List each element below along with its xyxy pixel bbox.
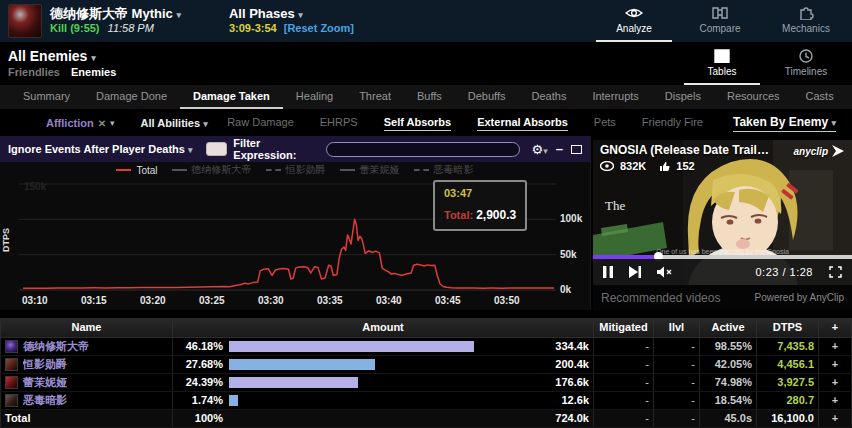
expand-row-button[interactable]: + xyxy=(819,409,852,427)
expand-row-button[interactable]: + xyxy=(819,337,852,355)
tooltip-value: 2,900.3 xyxy=(476,208,516,222)
cell-amount: 100%724.0k xyxy=(173,409,594,427)
amount-value: 12.6k xyxy=(537,394,589,406)
cell-mitigated: - xyxy=(594,409,654,427)
tab-summary[interactable]: Summary xyxy=(10,85,83,109)
cell-mitigated: - xyxy=(594,355,654,373)
tab-dispels[interactable]: Dispels xyxy=(652,85,714,109)
tab-damage-done[interactable]: Damage Done xyxy=(83,85,180,109)
toggle-ehrps[interactable]: EHRPS xyxy=(320,116,358,130)
video-player[interactable]: GNOSIA (Release Date Trail… 832K 152 any… xyxy=(593,140,852,285)
column-header-ilvl[interactable]: Ilvl xyxy=(654,318,700,337)
column-header-name[interactable]: Name xyxy=(1,318,173,337)
friendlies-tab[interactable]: Friendlies xyxy=(8,66,60,78)
amount-bar xyxy=(229,341,474,352)
all-enemies-dropdown[interactable]: All Enemies ▾ xyxy=(8,47,116,65)
views-eye-icon xyxy=(600,161,614,171)
abilities-dropdown[interactable]: All Abilities ▾ xyxy=(141,117,208,129)
toggle-friendly-fire[interactable]: Friendly Fire xyxy=(642,116,703,130)
legend-swatch xyxy=(172,169,187,171)
cell-mitigated: - xyxy=(594,373,654,391)
expand-row-button[interactable]: + xyxy=(819,373,852,391)
amount-value: 724.0k xyxy=(537,412,589,424)
toggle-pets[interactable]: Pets xyxy=(594,116,616,130)
spec-filter-label: Affliction xyxy=(46,117,94,129)
view-item-timelines[interactable]: Timelines xyxy=(768,42,844,85)
x-axis-label: 03:50 xyxy=(494,295,520,306)
tab-deaths[interactable]: Deaths xyxy=(519,85,580,109)
maximize-icon[interactable] xyxy=(571,145,582,154)
tab-casts[interactable]: Casts xyxy=(793,85,847,109)
npc-icon xyxy=(5,340,18,353)
minimize-icon[interactable]: – xyxy=(556,145,563,153)
toggle-self-absorbs[interactable]: Self Absorbs xyxy=(384,116,451,131)
tooltip-time: 03:47 xyxy=(444,186,516,202)
amount-cell: 46.18%334.4k xyxy=(177,340,589,352)
next-track-button[interactable] xyxy=(629,266,641,278)
amount-value: 200.4k xyxy=(537,358,589,370)
thumbs-up-icon[interactable] xyxy=(658,160,670,172)
legend-item-恒影勋爵[interactable]: 恒影勋爵 xyxy=(266,163,326,177)
npc-name-link[interactable]: 蕾茉妮娅 xyxy=(23,375,67,390)
cell-name: 蕾茉妮娅 xyxy=(1,373,173,391)
abilities-label: All Abilities xyxy=(141,117,201,129)
tab-healing[interactable]: Healing xyxy=(283,85,346,109)
pause-button[interactable] xyxy=(603,266,613,278)
x-axis-label: 03:15 xyxy=(81,295,107,306)
tab-damage-taken[interactable]: Damage Taken xyxy=(180,85,283,109)
name-cell: 恒影勋爵 xyxy=(5,357,168,372)
enemies-tab[interactable]: Enemies xyxy=(71,66,116,78)
nav-item-mechanics[interactable]: Mechanics xyxy=(768,0,844,42)
chart-header: Ignore Events After Player Deaths ▾ Filt… xyxy=(0,136,590,162)
legend-item-恶毒暗影[interactable]: 恶毒暗影 xyxy=(414,163,474,177)
chart-legend: Total德纳修斯大帝恒影勋爵蕾茉妮娅恶毒暗影 xyxy=(0,162,590,178)
legend-item-Total[interactable]: Total xyxy=(116,165,157,176)
analysis-mode-nav: AnalyzeCompareMechanics xyxy=(596,0,844,42)
taken-by-enemy-dropdown[interactable]: Taken By Enemy ▾ xyxy=(733,115,836,132)
tab-resources[interactable]: Resources xyxy=(714,85,793,109)
ignore-deaths-dropdown[interactable]: Ignore Events After Player Deaths ▾ xyxy=(8,143,192,155)
anyclip-logo-text: anyclip xyxy=(794,146,828,157)
tooltip-series-label: Total: xyxy=(444,209,473,221)
tab-interrupts[interactable]: Interrupts xyxy=(579,85,651,109)
column-header-plus[interactable]: + xyxy=(819,318,852,337)
chevron-down-icon: ▾ xyxy=(176,10,181,20)
spec-filter-affliction[interactable]: Affliction ✕ ▾ xyxy=(46,117,115,129)
chevron-down-icon: ▾ xyxy=(188,145,193,155)
amount-value: 176.6k xyxy=(537,376,589,388)
view-item-tables[interactable]: Tables xyxy=(684,42,760,85)
y-axis-label-dim: 150k xyxy=(24,181,47,192)
expand-row-button[interactable]: + xyxy=(819,355,852,373)
y-axis-label: 100k xyxy=(560,213,583,224)
toggle-raw-damage[interactable]: Raw Damage xyxy=(227,116,294,130)
npc-name-link[interactable]: 恒影勋爵 xyxy=(23,357,67,372)
column-header-dtps[interactable]: DTPS xyxy=(757,318,819,337)
npc-name-link[interactable]: 德纳修斯大帝 xyxy=(23,339,89,354)
phases-dropdown[interactable]: All Phases ▾ xyxy=(229,6,354,22)
nav-item-compare[interactable]: Compare xyxy=(682,0,758,42)
nav-item-analyze[interactable]: Analyze xyxy=(596,0,672,42)
npc-name-link[interactable]: 恶毒暗影 xyxy=(23,393,67,408)
toggle-external-absorbs[interactable]: External Absorbs xyxy=(477,116,568,131)
amount-bar-track xyxy=(229,395,531,406)
expand-row-button[interactable]: + xyxy=(819,391,852,409)
tab-threat[interactable]: Threat xyxy=(346,85,404,109)
gear-icon[interactable]: ⚙▾ xyxy=(532,142,548,157)
y-axis-label: 50k xyxy=(560,249,577,260)
reset-zoom-link[interactable]: [Reset Zoom] xyxy=(284,22,354,34)
fullscreen-button[interactable] xyxy=(829,266,842,278)
mute-icon[interactable] xyxy=(657,266,673,278)
column-header-mitigated[interactable]: Mitigated xyxy=(594,318,654,337)
legend-item-德纳修斯大帝[interactable]: 德纳修斯大帝 xyxy=(172,163,252,177)
tab-buffs[interactable]: Buffs xyxy=(404,85,455,109)
boss-title-dropdown[interactable]: 德纳修斯大帝 Mythic ▾ xyxy=(50,6,181,22)
column-header-amount[interactable]: Amount xyxy=(173,318,594,337)
legend-item-蕾茉妮娅[interactable]: 蕾茉妮娅 xyxy=(340,163,400,177)
color-swatch-chip[interactable] xyxy=(206,142,227,156)
tab-debuffs[interactable]: Debuffs xyxy=(455,85,519,109)
filter-expression-input[interactable] xyxy=(326,142,519,157)
column-header-active[interactable]: Active xyxy=(700,318,757,337)
x-axis-label: 03:10 xyxy=(22,295,48,306)
kill-clock-time: 11:58 PM xyxy=(108,22,154,34)
close-icon[interactable]: ✕ xyxy=(98,118,106,129)
